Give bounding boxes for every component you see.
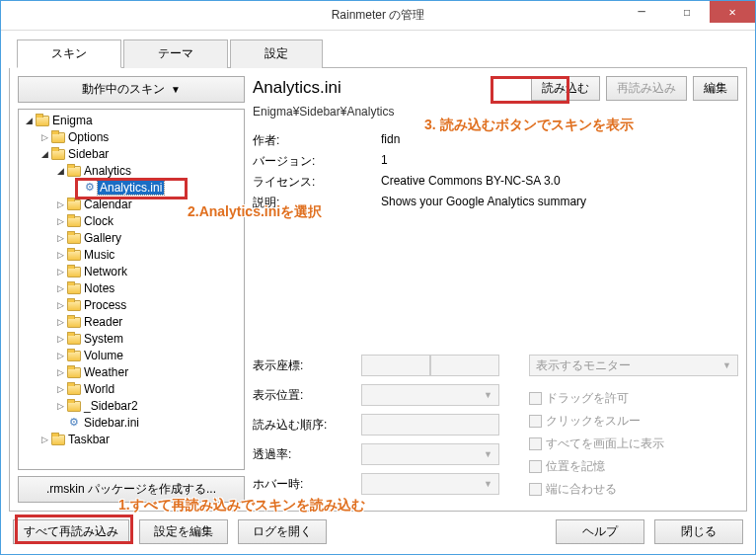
settings-grid: 表示座標: 表示するモニター▼ 表示位置: ▼ ドラッグを許可 クリックをスルー… xyxy=(253,315,738,503)
expand-icon[interactable]: ▷ xyxy=(54,233,66,243)
expand-icon[interactable]: ▷ xyxy=(54,317,66,327)
checkbox-icon xyxy=(529,483,542,496)
transparency-combo[interactable]: ▼ xyxy=(361,443,499,465)
reload-all-button[interactable]: すべて再読み込み xyxy=(13,519,129,544)
coord-x-input[interactable] xyxy=(361,355,430,376)
expand-icon[interactable]: ▷ xyxy=(38,132,50,142)
tree-row[interactable]: ▷Clock xyxy=(19,212,244,229)
expand-icon[interactable]: ▷ xyxy=(54,367,66,377)
create-rmskin-button[interactable]: .rmskin パッケージを作成する... xyxy=(18,476,245,503)
tree-row[interactable]: ▷Weather xyxy=(19,363,244,380)
left-column: 動作中のスキン ▼ ◢Enigma ▷Options ◢Sidebar ◢Ana… xyxy=(18,76,245,503)
tree-row[interactable]: ⚙Sidebar.ini xyxy=(19,414,244,431)
reload-button[interactable]: 再読み込み xyxy=(606,76,687,101)
window-buttons: ─ ☐ ✕ xyxy=(619,1,755,23)
footer-close-button[interactable]: 閉じる xyxy=(654,519,743,544)
close-button[interactable]: ✕ xyxy=(710,1,755,23)
tree-row[interactable]: ▷Process xyxy=(19,296,244,313)
transparency-label: 透過率: xyxy=(253,446,361,463)
tab-themes[interactable]: テーマ xyxy=(123,40,228,68)
tab-settings[interactable]: 設定 xyxy=(230,40,323,68)
coord-y-input[interactable] xyxy=(430,355,499,376)
expand-icon[interactable]: ◢ xyxy=(38,149,50,159)
skin-tree[interactable]: ◢Enigma ▷Options ◢Sidebar ◢Analytics ⚙An… xyxy=(18,109,245,470)
maximize-button[interactable]: ☐ xyxy=(664,1,710,23)
expand-icon[interactable]: ▷ xyxy=(54,250,66,260)
folder-icon xyxy=(50,130,66,144)
tree-row[interactable]: ◢Sidebar xyxy=(19,145,244,162)
check-clickthrough[interactable]: クリックをスルー xyxy=(529,413,738,430)
tree-item-gallery: Gallery xyxy=(82,231,123,245)
display-monitor-combo[interactable]: 表示するモニター▼ xyxy=(529,355,738,376)
tabstrip: スキン テーマ 設定 xyxy=(17,39,747,68)
expand-icon[interactable]: ▷ xyxy=(54,267,66,277)
folder-icon xyxy=(66,399,82,413)
tree-row[interactable]: ▷Network xyxy=(19,263,244,279)
main-header: Analytics.ini 読み込む 再読み込み 編集 xyxy=(253,76,738,101)
author-value: fidn xyxy=(381,132,738,149)
tab-skins[interactable]: スキン xyxy=(17,40,121,68)
check-savepos[interactable]: 位置を記憶 xyxy=(529,458,738,475)
checkbox-icon xyxy=(529,415,542,428)
open-log-button[interactable]: ログを開く xyxy=(238,519,327,544)
load-button[interactable]: 読み込む xyxy=(531,76,600,101)
expand-icon[interactable]: ▷ xyxy=(38,435,50,444)
folder-icon xyxy=(66,298,82,312)
app-window: Rainmeter の管理 ─ ☐ ✕ スキン テーマ 設定 動作中のスキン ▼… xyxy=(0,0,756,555)
expand-icon[interactable]: ▷ xyxy=(54,199,66,209)
tree-row[interactable]: ◢Enigma xyxy=(19,112,244,128)
license-label: ライセンス: xyxy=(253,174,381,191)
expand-icon[interactable]: ▷ xyxy=(54,334,66,344)
expand-icon[interactable]: ▷ xyxy=(54,216,66,226)
minimize-button[interactable]: ─ xyxy=(619,1,664,23)
license-value: Creative Commons BY-NC-SA 3.0 xyxy=(381,174,738,191)
expand-icon[interactable]: ◢ xyxy=(54,166,66,176)
tree-row[interactable]: ▷System xyxy=(19,330,244,347)
active-skins-button[interactable]: 動作中のスキン ▼ xyxy=(18,76,245,103)
tree-item-music: Music xyxy=(82,248,116,262)
expand-icon[interactable]: ▷ xyxy=(54,300,66,310)
tree-item-notes: Notes xyxy=(82,281,116,295)
checkbox-icon xyxy=(529,437,542,450)
tree-row[interactable]: ⚙Analytics.ini xyxy=(19,179,244,196)
expand-icon[interactable]: ▷ xyxy=(54,401,66,411)
tree-item-sidebar-ini: Sidebar.ini xyxy=(82,416,141,430)
tree-row[interactable]: ▷Volume xyxy=(19,347,244,363)
content-area: 動作中のスキン ▼ ◢Enigma ▷Options ◢Sidebar ◢Ana… xyxy=(9,68,747,512)
tree-item-sidebar: Sidebar xyxy=(66,147,111,161)
tree-item-system: System xyxy=(82,332,125,346)
tree-row[interactable]: ▷Notes xyxy=(19,279,244,296)
chevron-down-icon: ▼ xyxy=(484,479,492,489)
tree-row[interactable]: ▷Options xyxy=(19,128,244,145)
tree-row[interactable]: ◢Analytics xyxy=(19,162,244,179)
right-column: Analytics.ini 読み込む 再読み込み 編集 Enigma¥Sideb… xyxy=(253,76,738,503)
expand-icon[interactable]: ◢ xyxy=(23,116,35,125)
edit-button[interactable]: 編集 xyxy=(693,76,738,101)
loadorder-input[interactable] xyxy=(361,414,499,436)
expand-icon[interactable]: ▷ xyxy=(54,384,66,394)
tree-row[interactable]: ▷Taskbar xyxy=(19,431,244,447)
expand-icon[interactable]: ▷ xyxy=(54,351,66,360)
tree-item-enigma: Enigma xyxy=(50,114,95,127)
help-button[interactable]: ヘルプ xyxy=(556,519,644,544)
position-label: 表示位置: xyxy=(253,387,361,404)
hover-combo[interactable]: ▼ xyxy=(361,473,499,495)
tree-row[interactable]: ▷_Sidebar2 xyxy=(19,397,244,414)
tree-row[interactable]: ▷World xyxy=(19,380,244,397)
edit-settings-button[interactable]: 設定を編集 xyxy=(139,519,228,544)
tree-item-analytics: Analytics xyxy=(82,164,133,178)
tree-row[interactable]: ▷Calendar xyxy=(19,196,244,212)
tree-row[interactable]: ▷Reader xyxy=(19,313,244,330)
expand-icon[interactable]: ▷ xyxy=(54,283,66,293)
check-snap[interactable]: 端に合わせる xyxy=(529,481,738,498)
checkbox-icon xyxy=(529,392,542,405)
tree-item-volume: Volume xyxy=(82,349,125,362)
tree-row[interactable]: ▷Music xyxy=(19,246,244,263)
skin-title: Analytics.ini xyxy=(253,78,341,98)
folder-icon xyxy=(66,231,82,245)
tree-row[interactable]: ▷Gallery xyxy=(19,229,244,246)
tree-item-options: Options xyxy=(66,130,111,144)
check-drag[interactable]: ドラッグを許可 xyxy=(529,390,738,407)
check-keepontop[interactable]: すべてを画面上に表示 xyxy=(529,436,738,452)
position-combo[interactable]: ▼ xyxy=(361,384,499,406)
